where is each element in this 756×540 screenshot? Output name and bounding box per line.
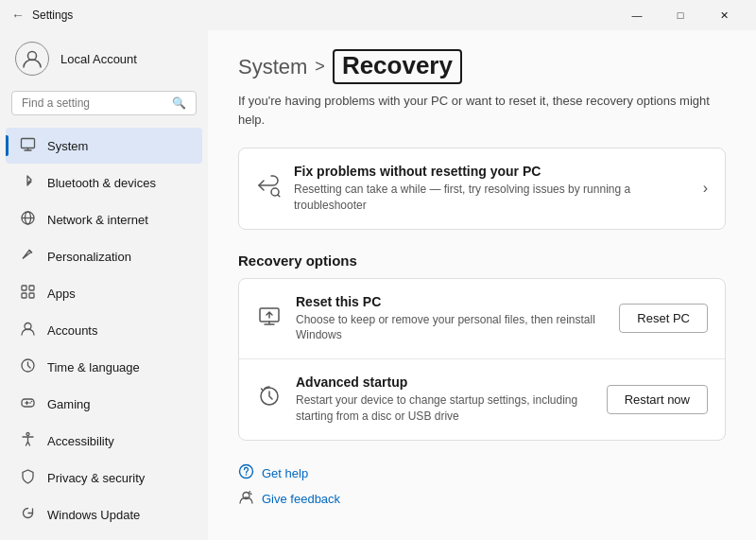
nav-icon bbox=[19, 284, 36, 303]
user-name: Local Account bbox=[60, 52, 137, 66]
avatar bbox=[15, 42, 49, 76]
user-section: Local Account bbox=[0, 30, 208, 91]
svg-rect-7 bbox=[29, 293, 34, 298]
sidebar: Local Account 🔍 System Bluetooth & devic… bbox=[0, 30, 208, 540]
app-body: Local Account 🔍 System Bluetooth & devic… bbox=[0, 30, 756, 540]
titlebar-title: Settings bbox=[32, 9, 73, 22]
sidebar-item-personalization[interactable]: Personalization bbox=[6, 238, 202, 274]
reset-pc-text: Reset this PC Choose to keep or remove y… bbox=[296, 294, 606, 344]
fix-card-title: Fix problems without resetting your PC bbox=[294, 164, 690, 179]
nav-icon bbox=[19, 136, 36, 155]
nav-icon bbox=[19, 210, 36, 229]
search-input[interactable] bbox=[22, 96, 164, 110]
page-description: If you're having problems with your PC o… bbox=[238, 92, 711, 129]
advanced-startup-row: Advanced startup Restart your device to … bbox=[239, 358, 725, 440]
titlebar-left: ← Settings bbox=[11, 8, 73, 23]
reset-pc-desc: Choose to keep or remove your personal f… bbox=[296, 312, 606, 344]
reset-pc-title: Reset this PC bbox=[296, 294, 606, 309]
nav-icon bbox=[19, 173, 36, 192]
give-feedback-label: Give feedback bbox=[262, 492, 340, 506]
minimize-button[interactable]: — bbox=[616, 1, 658, 29]
nav-icon bbox=[19, 431, 36, 450]
fix-card-arrow: › bbox=[703, 180, 708, 197]
maximize-button[interactable]: □ bbox=[660, 1, 701, 29]
reset-pc-row: Reset this PC Choose to keep or remove y… bbox=[239, 279, 725, 359]
nav-label: Time & language bbox=[47, 360, 140, 375]
nav-list: System Bluetooth & devices Network & int… bbox=[0, 127, 208, 533]
nav-icon bbox=[19, 468, 36, 487]
back-icon[interactable]: ← bbox=[11, 8, 25, 23]
give-feedback-link[interactable]: Give feedback bbox=[238, 489, 726, 509]
nav-icon bbox=[19, 357, 36, 376]
search-icon: 🔍 bbox=[172, 96, 186, 110]
nav-label: Accounts bbox=[47, 323, 97, 338]
footer-links: Get help Give feedback bbox=[238, 463, 726, 509]
fix-card-desc: Resetting can take a while — first, try … bbox=[294, 182, 690, 214]
fix-problems-card[interactable]: Fix problems without resetting your PC R… bbox=[238, 148, 726, 230]
fix-card-text: Fix problems without resetting your PC R… bbox=[294, 164, 690, 214]
nav-label: Apps bbox=[47, 287, 76, 301]
recovery-options-container: Reset this PC Choose to keep or remove y… bbox=[238, 278, 726, 441]
recovery-options-title: Recovery options bbox=[238, 253, 726, 269]
nav-label: Accessibility bbox=[47, 434, 114, 448]
nav-icon bbox=[19, 394, 36, 413]
svg-point-11 bbox=[29, 402, 31, 404]
breadcrumb: System > Recovery bbox=[238, 49, 726, 84]
content-area: System > Recovery If you're having probl… bbox=[208, 30, 756, 540]
nav-label: Network & internet bbox=[47, 213, 148, 227]
sidebar-item-accounts[interactable]: Accounts bbox=[6, 312, 202, 348]
breadcrumb-current: Recovery bbox=[333, 49, 462, 84]
restart-now-button[interactable]: Restart now bbox=[607, 385, 708, 414]
get-help-label: Get help bbox=[262, 466, 308, 480]
give-feedback-icon bbox=[238, 489, 254, 509]
sidebar-item-windows-update[interactable]: Windows Update bbox=[6, 496, 202, 532]
sidebar-item-gaming[interactable]: Gaming bbox=[6, 386, 202, 422]
sidebar-item-time---language[interactable]: Time & language bbox=[6, 349, 202, 385]
reset-pc-icon bbox=[256, 304, 283, 334]
sidebar-item-accessibility[interactable]: Accessibility bbox=[6, 423, 202, 459]
get-help-link[interactable]: Get help bbox=[238, 463, 726, 483]
svg-point-12 bbox=[30, 401, 32, 403]
nav-icon bbox=[19, 321, 36, 340]
advanced-startup-text: Advanced startup Restart your device to … bbox=[296, 375, 593, 425]
sidebar-item-privacy---security[interactable]: Privacy & security bbox=[6, 460, 202, 496]
nav-label: Gaming bbox=[47, 397, 91, 411]
svg-rect-6 bbox=[22, 293, 26, 298]
svg-point-18 bbox=[246, 474, 248, 476]
svg-rect-5 bbox=[29, 286, 34, 290]
titlebar-controls: — □ ✕ bbox=[616, 1, 745, 29]
search-box[interactable]: 🔍 bbox=[11, 91, 197, 115]
advanced-startup-icon bbox=[256, 384, 283, 414]
sidebar-item-network---internet[interactable]: Network & internet bbox=[6, 201, 202, 237]
sidebar-item-bluetooth---devices[interactable]: Bluetooth & devices bbox=[6, 165, 202, 200]
nav-label: Personalization bbox=[47, 250, 131, 264]
sidebar-item-system[interactable]: System bbox=[6, 128, 202, 164]
nav-label: Privacy & security bbox=[47, 471, 145, 485]
fix-card-icon bbox=[256, 173, 281, 203]
nav-icon bbox=[19, 505, 36, 524]
sidebar-item-apps[interactable]: Apps bbox=[6, 275, 202, 311]
svg-point-13 bbox=[26, 433, 29, 436]
breadcrumb-parent: System bbox=[238, 55, 307, 79]
titlebar: ← Settings — □ ✕ bbox=[0, 0, 756, 30]
get-help-icon bbox=[238, 463, 254, 483]
nav-label: Bluetooth & devices bbox=[47, 176, 156, 190]
close-button[interactable]: ✕ bbox=[703, 1, 745, 29]
nav-label: Windows Update bbox=[47, 508, 140, 522]
breadcrumb-separator: > bbox=[315, 57, 325, 77]
advanced-startup-title: Advanced startup bbox=[296, 375, 593, 390]
svg-rect-1 bbox=[21, 139, 34, 148]
advanced-startup-desc: Restart your device to change startup se… bbox=[296, 392, 593, 425]
nav-icon bbox=[19, 247, 36, 266]
nav-label: System bbox=[47, 139, 88, 153]
svg-rect-4 bbox=[22, 286, 26, 290]
reset-pc-button[interactable]: Reset PC bbox=[619, 304, 708, 333]
svg-point-0 bbox=[28, 52, 37, 61]
